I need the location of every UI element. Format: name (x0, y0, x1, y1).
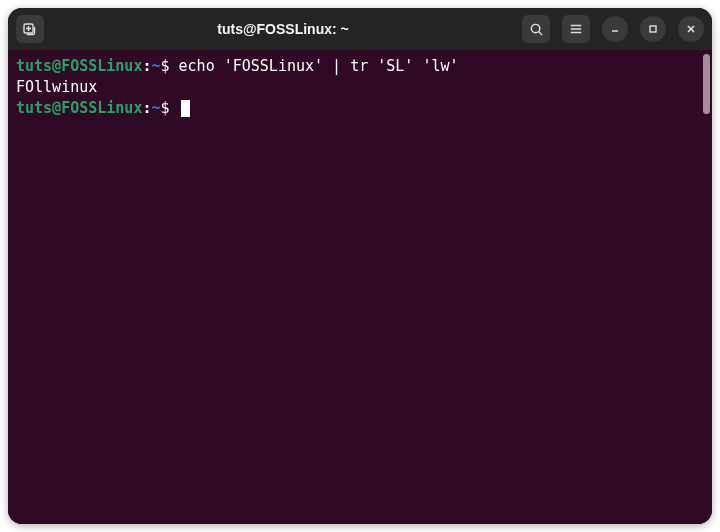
new-tab-icon (22, 21, 38, 37)
close-button[interactable] (678, 16, 704, 42)
prompt-dollar: $ (161, 99, 179, 117)
search-button[interactable] (522, 15, 550, 43)
prompt-dollar: $ (161, 57, 179, 75)
prompt-path: ~ (151, 99, 160, 117)
maximize-icon (647, 23, 659, 35)
prompt-path: ~ (151, 57, 160, 75)
scrollbar[interactable] (703, 54, 710, 114)
maximize-button[interactable] (640, 16, 666, 42)
command-text: echo 'FOSSLinux' | tr 'SL' 'lw' (179, 57, 459, 75)
new-tab-button[interactable] (16, 15, 44, 43)
terminal-line: tuts@FOSSLinux:~$ echo 'FOSSLinux' | tr … (16, 56, 704, 77)
output-text: FOllwinux (16, 78, 97, 96)
terminal-window: tuts@FOSSLinux: ~ (8, 8, 712, 524)
minimize-icon (609, 23, 621, 35)
window-title: tuts@FOSSLinux: ~ (52, 21, 514, 37)
titlebar: tuts@FOSSLinux: ~ (8, 8, 712, 50)
terminal-content[interactable]: tuts@FOSSLinux:~$ echo 'FOSSLinux' | tr … (8, 50, 712, 524)
search-icon (529, 22, 544, 37)
cursor (181, 100, 190, 117)
close-icon (685, 23, 697, 35)
hamburger-icon (569, 22, 583, 36)
svg-rect-9 (650, 26, 656, 32)
prompt-user-host: tuts@FOSSLinux (16, 99, 142, 117)
menu-button[interactable] (562, 15, 590, 43)
terminal-line: FOllwinux (16, 77, 704, 98)
terminal-line: tuts@FOSSLinux:~$ (16, 98, 704, 119)
minimize-button[interactable] (602, 16, 628, 42)
svg-line-4 (538, 31, 541, 34)
svg-point-3 (531, 24, 539, 32)
prompt-user-host: tuts@FOSSLinux (16, 57, 142, 75)
